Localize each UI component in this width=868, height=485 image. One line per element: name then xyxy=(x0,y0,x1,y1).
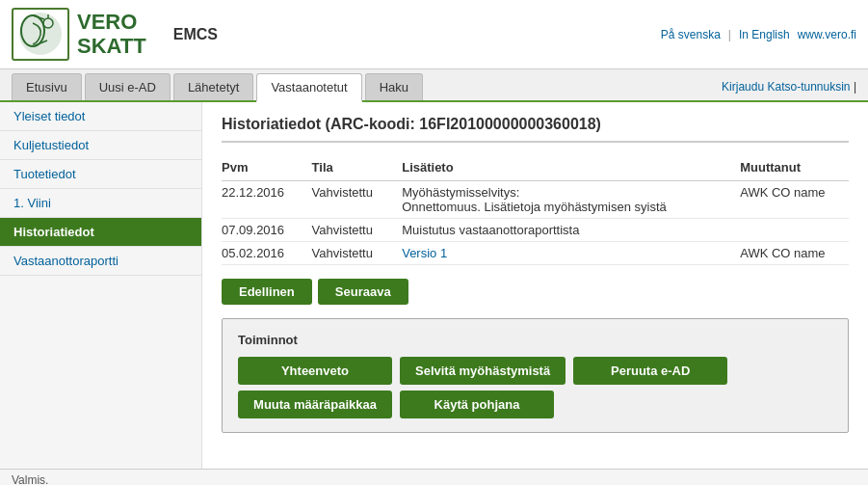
link-svenska[interactable]: På svenska xyxy=(661,28,721,41)
logo-skatt: SKATT xyxy=(77,35,146,58)
header: VERO SKATT EMCS På svenska | In English … xyxy=(0,0,868,69)
tab-uusi-ead[interactable]: Uusi e-AD xyxy=(85,73,171,100)
sidebar-item-yleiset-tiedot[interactable]: Yleiset tiedot xyxy=(0,102,201,131)
muuta-button[interactable]: Muuta määräpaikkaa xyxy=(238,391,392,418)
link-english[interactable]: In English xyxy=(739,28,790,41)
sidebar-item-historiatiedot[interactable]: Historiatiedot xyxy=(0,218,201,247)
status-bar: Valmis. xyxy=(0,469,868,485)
actions-row-1: Yhteenveto Selvitä myöhästymistä Peruuta… xyxy=(238,357,832,385)
sidebar: Yleiset tiedot Kuljetustiedot Tuotetiedo… xyxy=(0,102,202,469)
row3-status: Vahvistettu xyxy=(312,242,403,265)
tab-haku[interactable]: Haku xyxy=(365,73,423,100)
kayta-button[interactable]: Käytä pohjana xyxy=(400,391,554,418)
row1-changed: AWK CO name xyxy=(740,181,849,219)
logo-area: VERO SKATT EMCS xyxy=(12,8,218,61)
row1-info: Myöhästymisselvitys: Onnettomuus. Lisäti… xyxy=(402,181,740,219)
tab-etusivu[interactable]: Etusivu xyxy=(12,73,82,100)
col-header-lisatieto: Lisätieto xyxy=(402,156,740,181)
row2-info: Muistutus vastaanottoraporttista xyxy=(402,219,740,242)
table-row: 22.12.2016 Vahvistettu Myöhästymisselvit… xyxy=(222,181,849,219)
row2-info-line1: Muistutus vastaanottoraporttista xyxy=(402,223,579,237)
row3-info-link[interactable]: Versio 1 xyxy=(402,246,447,260)
actions-row-2: Muuta määräpaikkaa Käytä pohjana xyxy=(238,391,832,418)
selvita-button[interactable]: Selvitä myöhästymistä xyxy=(400,357,566,385)
col-header-pvm: Pvm xyxy=(222,156,312,181)
sidebar-item-tuotetiedot[interactable]: Tuotetiedot xyxy=(0,160,201,189)
sidebar-item-viini[interactable]: 1. Viini xyxy=(0,189,201,218)
row3-info: Versio 1 xyxy=(402,242,740,265)
separator1: | xyxy=(728,28,731,41)
yhteenveto-button[interactable]: Yhteenveto xyxy=(238,357,392,385)
tab-vastaanotetut[interactable]: Vastaanotetut xyxy=(256,73,361,102)
row3-date: 05.02.2016 xyxy=(222,242,312,265)
actions-box: Toiminnot Yhteenveto Selvitä myöhästymis… xyxy=(222,318,849,433)
row1-info-line1: Myöhästymisselvitys: xyxy=(402,185,519,200)
table-row: 05.02.2016 Vahvistettu Versio 1 AWK CO n… xyxy=(222,242,849,265)
sidebar-item-kuljetustiedot[interactable]: Kuljetustiedot xyxy=(0,131,201,160)
nav-tabs: Etusivu Uusi e-AD Lähetetyt Vastaanotetu… xyxy=(0,69,868,102)
col-header-tila: Tila xyxy=(312,156,403,181)
row1-status: Vahvistettu xyxy=(312,181,403,219)
content-area: Historiatiedot (ARC-koodi: 16FI201000000… xyxy=(202,102,868,469)
col-header-muuttanut: Muuttanut xyxy=(740,156,849,181)
logo-vero: VERO xyxy=(77,11,146,34)
emcs-label: EMCS xyxy=(173,26,218,43)
nav-buttons: Edellinen Seuraava xyxy=(222,279,849,305)
nav-right: Kirjaudu Katso-tunnuksin | xyxy=(722,80,856,94)
main-layout: Yleiset tiedot Kuljetustiedot Tuotetiedo… xyxy=(0,102,868,469)
sidebar-item-vastaanottoraportti[interactable]: Vastaanottoraportti xyxy=(0,247,201,276)
row2-changed xyxy=(740,219,849,242)
logo-box xyxy=(12,8,69,61)
header-links: På svenska | In English www.vero.fi xyxy=(661,28,856,41)
actions-buttons: Yhteenveto Selvitä myöhästymistä Peruuta… xyxy=(238,357,832,418)
logo-text: VERO SKATT xyxy=(77,11,146,57)
page-title: Historiatiedot (ARC-koodi: 16FI201000000… xyxy=(222,116,849,143)
row1-date: 22.12.2016 xyxy=(222,181,312,219)
history-table: Pvm Tila Lisätieto Muuttanut 22.12.2016 … xyxy=(222,156,849,265)
tab-lahetetyt[interactable]: Lähetetyt xyxy=(173,73,254,100)
login-link[interactable]: Kirjaudu Katso-tunnuksin xyxy=(722,80,850,94)
previous-button[interactable]: Edellinen xyxy=(222,279,312,305)
table-row: 07.09.2016 Vahvistettu Muistutus vastaan… xyxy=(222,219,849,242)
peruuta-button[interactable]: Peruuta e-AD xyxy=(573,357,727,385)
row2-status: Vahvistettu xyxy=(312,219,403,242)
row1-info-line2: Onnettomuus. Lisätietoja myöhästymisen s… xyxy=(402,200,667,214)
link-vero[interactable]: www.vero.fi xyxy=(798,28,856,41)
row2-date: 07.09.2016 xyxy=(222,219,312,242)
actions-title: Toiminnot xyxy=(238,333,832,347)
next-button[interactable]: Seuraava xyxy=(318,279,408,305)
row3-changed: AWK CO name xyxy=(740,242,849,265)
status-text: Valmis. xyxy=(12,473,48,485)
